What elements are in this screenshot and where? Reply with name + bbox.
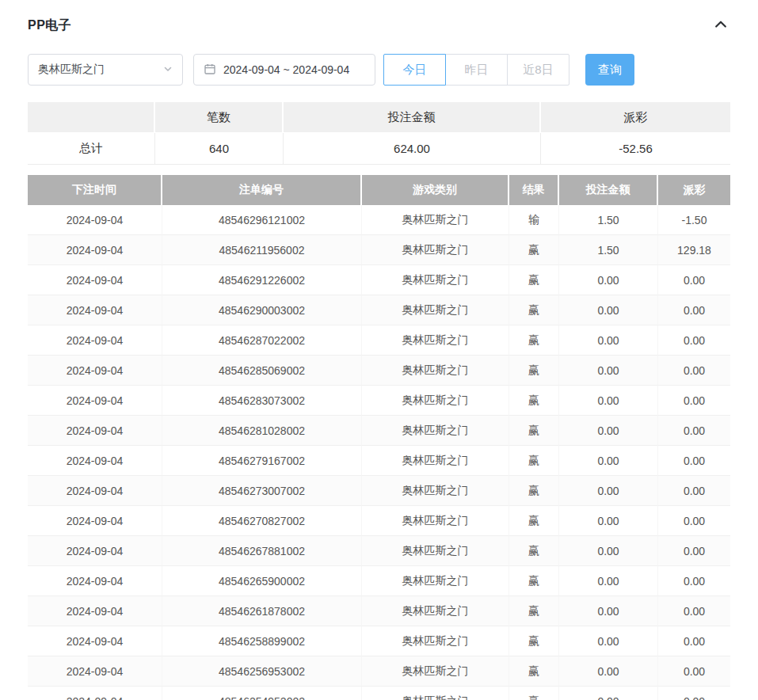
cell-bet-time: 2024-09-04 xyxy=(28,325,162,356)
cell-order-id: 48546296121002 xyxy=(162,205,362,235)
table-row: 2024-09-04 48546290003002 奥林匹斯之门 赢 0.00 … xyxy=(28,295,730,325)
cell-game-type: 奥林匹斯之门 xyxy=(362,235,509,265)
cell-result: 赢 xyxy=(509,656,559,687)
cell-game-type: 奥林匹斯之门 xyxy=(362,687,509,700)
quick-date-buttons: 今日 昨日 近8日 xyxy=(383,54,569,86)
cell-bet-amount: 0.00 xyxy=(559,506,658,536)
cell-bet-amount: 0.00 xyxy=(559,626,658,656)
summary-header-bet: 投注金额 xyxy=(284,102,541,133)
cell-order-id: 48546258899002 xyxy=(162,626,362,656)
cell-order-id: 48546273007002 xyxy=(162,476,362,506)
cell-game-type: 奥林匹斯之门 xyxy=(362,656,509,687)
cell-bet-amount: 0.00 xyxy=(559,386,658,416)
table-row: 2024-09-04 48546291226002 奥林匹斯之门 赢 0.00 … xyxy=(28,265,730,295)
cell-bet-amount: 1.50 xyxy=(559,235,658,265)
search-button[interactable]: 查询 xyxy=(585,54,634,86)
cell-game-type: 奥林匹斯之门 xyxy=(362,506,509,536)
table-row: 2024-09-04 48546261878002 奥林匹斯之门 赢 0.00 … xyxy=(28,596,730,626)
summary-total-row: 总计 640 624.00 -52.56 xyxy=(28,133,730,165)
cell-payout: 0.00 xyxy=(658,596,730,626)
cell-bet-time: 2024-09-04 xyxy=(28,386,162,416)
cell-bet-time: 2024-09-04 xyxy=(28,446,162,476)
cell-bet-time: 2024-09-04 xyxy=(28,596,162,626)
records-header-order-id: 注单编号 xyxy=(162,175,362,205)
cell-bet-time: 2024-09-04 xyxy=(28,416,162,446)
cell-result: 赢 xyxy=(509,476,559,506)
cell-bet-time: 2024-09-04 xyxy=(28,656,162,687)
cell-order-id: 48546267881002 xyxy=(162,536,362,566)
cell-bet-amount: 0.00 xyxy=(559,566,658,596)
cell-bet-amount: 1.50 xyxy=(559,205,658,235)
table-row: 2024-09-04 48546273007002 奥林匹斯之门 赢 0.00 … xyxy=(28,476,730,506)
chevron-up-icon xyxy=(713,17,729,35)
cell-bet-time: 2024-09-04 xyxy=(28,235,162,265)
cell-bet-amount: 0.00 xyxy=(559,356,658,386)
pp-games-panel: PP电子 奥林匹斯之门 2024-09-04 ~ 2024-09-04 今日 昨… xyxy=(0,0,758,700)
records-header-result: 结果 xyxy=(509,175,559,205)
cell-game-type: 奥林匹斯之门 xyxy=(362,536,509,566)
cell-game-type: 奥林匹斯之门 xyxy=(362,476,509,506)
cell-order-id: 48546281028002 xyxy=(162,416,362,446)
cell-bet-time: 2024-09-04 xyxy=(28,626,162,656)
table-row: 2024-09-04 48546279167002 奥林匹斯之门 赢 0.00 … xyxy=(28,446,730,476)
cell-bet-amount: 0.00 xyxy=(559,536,658,566)
cell-game-type: 奥林匹斯之门 xyxy=(362,356,509,386)
cell-order-id: 48546270827002 xyxy=(162,506,362,536)
summary-header-count: 笔数 xyxy=(155,102,284,133)
cell-payout: 0.00 xyxy=(658,626,730,656)
cell-result: 赢 xyxy=(509,536,559,566)
cell-order-id: 48546283073002 xyxy=(162,386,362,416)
cell-bet-time: 2024-09-04 xyxy=(28,536,162,566)
cell-bet-time: 2024-09-04 xyxy=(28,687,162,700)
chevron-down-icon xyxy=(163,63,173,76)
cell-order-id: 48546211956002 xyxy=(162,235,362,265)
cell-order-id: 48546254952002 xyxy=(162,687,362,700)
cell-payout: 0.00 xyxy=(658,687,730,700)
cell-bet-amount: 0.00 xyxy=(559,446,658,476)
page-title: PP电子 xyxy=(28,17,71,34)
panel-header: PP电子 xyxy=(28,16,730,35)
cell-payout: 0.00 xyxy=(658,446,730,476)
table-row: 2024-09-04 48546211956002 奥林匹斯之门 赢 1.50 … xyxy=(28,235,730,265)
cell-bet-time: 2024-09-04 xyxy=(28,295,162,325)
cell-order-id: 48546265900002 xyxy=(162,566,362,596)
cell-order-id: 48546287022002 xyxy=(162,325,362,356)
cell-payout: 0.00 xyxy=(658,566,730,596)
summary-header-blank xyxy=(28,102,155,133)
quick-btn-last-8-days[interactable]: 近8日 xyxy=(507,54,569,86)
cell-payout: 0.00 xyxy=(658,356,730,386)
summary-total-payout: -52.56 xyxy=(541,133,730,165)
cell-payout: 129.18 xyxy=(658,235,730,265)
cell-result: 赢 xyxy=(509,687,559,700)
cell-bet-time: 2024-09-04 xyxy=(28,566,162,596)
cell-result: 赢 xyxy=(509,235,559,265)
game-select[interactable]: 奥林匹斯之门 xyxy=(28,54,183,86)
table-row: 2024-09-04 48546267881002 奥林匹斯之门 赢 0.00 … xyxy=(28,536,730,566)
quick-btn-today[interactable]: 今日 xyxy=(383,54,446,86)
cell-payout: 0.00 xyxy=(658,295,730,325)
cell-order-id: 48546256953002 xyxy=(162,656,362,687)
cell-result: 赢 xyxy=(509,596,559,626)
cell-payout: 0.00 xyxy=(658,416,730,446)
records-header-bet-amount: 投注金额 xyxy=(559,175,658,205)
summary-total-bet: 624.00 xyxy=(284,133,541,165)
table-row: 2024-09-04 48546285069002 奥林匹斯之门 赢 0.00 … xyxy=(28,356,730,386)
cell-bet-amount: 0.00 xyxy=(559,325,658,356)
records-header-row: 下注时间 注单编号 游戏类别 结果 投注金额 派彩 xyxy=(28,175,730,205)
cell-bet-amount: 0.00 xyxy=(559,476,658,506)
cell-bet-time: 2024-09-04 xyxy=(28,356,162,386)
cell-game-type: 奥林匹斯之门 xyxy=(362,386,509,416)
cell-result: 赢 xyxy=(509,506,559,536)
cell-order-id: 48546279167002 xyxy=(162,446,362,476)
cell-result: 赢 xyxy=(509,356,559,386)
quick-btn-yesterday[interactable]: 昨日 xyxy=(445,54,508,86)
date-range-input[interactable]: 2024-09-04 ~ 2024-09-04 xyxy=(193,54,375,86)
cell-result: 赢 xyxy=(509,325,559,356)
table-row: 2024-09-04 48546256953002 奥林匹斯之门 赢 0.00 … xyxy=(28,656,730,687)
cell-payout: 0.00 xyxy=(658,386,730,416)
cell-bet-time: 2024-09-04 xyxy=(28,265,162,295)
collapse-panel-button[interactable] xyxy=(711,16,730,35)
cell-game-type: 奥林匹斯之门 xyxy=(362,626,509,656)
cell-game-type: 奥林匹斯之门 xyxy=(362,265,509,295)
table-row: 2024-09-04 48546254952002 奥林匹斯之门 赢 0.00 … xyxy=(28,687,730,700)
